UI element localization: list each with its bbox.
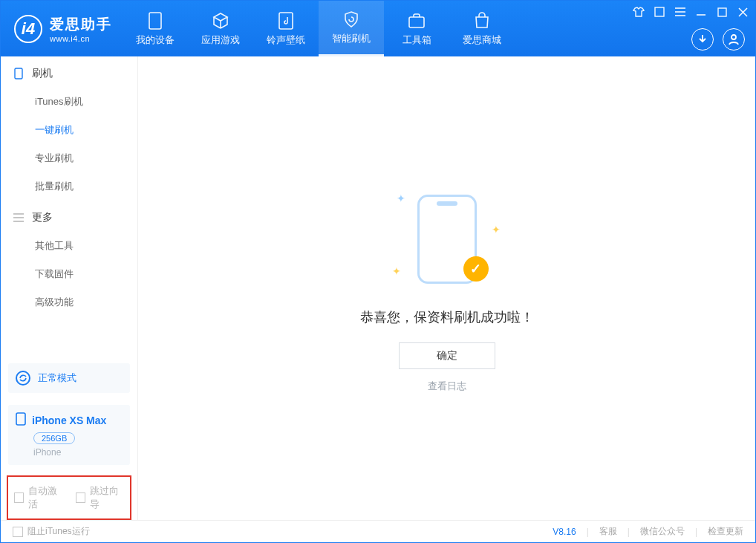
view-log-link[interactable]: 查看日志	[428, 380, 466, 393]
tab-smart-flash[interactable]: 智能刷机	[319, 1, 384, 56]
section-title: 刷机	[32, 67, 53, 80]
svg-rect-0	[149, 13, 161, 29]
sidebar-item-oneclick-flash[interactable]: 一键刷机	[1, 116, 137, 144]
mode-card[interactable]: 正常模式	[8, 363, 130, 393]
window-mini-icon[interactable]	[653, 5, 666, 19]
tab-label: 铃声壁纸	[267, 33, 305, 47]
account-button[interactable]	[723, 28, 745, 51]
tab-my-device[interactable]: 我的设备	[123, 1, 188, 56]
minimize-icon[interactable]	[694, 5, 708, 19]
success-illustration: ✦ ✦ ✦ ✓	[380, 183, 514, 295]
footer-link-support[interactable]: 客服	[599, 525, 617, 538]
separator: |	[587, 527, 589, 537]
sidebar-section-more: 更多	[1, 201, 137, 232]
sidebar-item-download-firmware[interactable]: 下载固件	[1, 260, 137, 288]
sparkle-icon: ✦	[397, 192, 405, 204]
ok-button[interactable]: 确定	[399, 342, 495, 369]
success-message: 恭喜您，保资料刷机成功啦！	[360, 308, 534, 326]
menu-icon[interactable]	[674, 5, 687, 19]
tab-label: 智能刷机	[332, 32, 371, 45]
checkbox-icon	[13, 527, 23, 537]
separator: |	[628, 527, 630, 537]
device-capacity: 256GB	[33, 432, 75, 444]
window-controls	[632, 5, 749, 19]
svg-rect-16	[16, 413, 25, 425]
sidebar-item-advanced[interactable]: 高级功能	[1, 288, 137, 316]
tab-toolbox[interactable]: 工具箱	[384, 1, 449, 56]
app-header: i4 爱思助手 www.i4.cn 我的设备 应用游戏 铃声壁纸	[1, 1, 755, 56]
device-name: iPhone XS Max	[32, 414, 106, 426]
tab-label: 应用游戏	[201, 33, 240, 47]
tab-app-games[interactable]: 应用游戏	[188, 1, 253, 56]
checkbox-icon	[76, 492, 85, 503]
main-panel: ✦ ✦ ✦ ✓ 恭喜您，保资料刷机成功啦！ 确定 查看日志	[138, 56, 755, 520]
separator: |	[695, 527, 697, 537]
content-area: 刷机 iTunes刷机 一键刷机 专业刷机 批量刷机 更多 其他工具 下载固件 …	[1, 56, 755, 520]
version-label: V8.16	[553, 527, 576, 537]
brand-text: 爱思助手 www.i4.cn	[50, 15, 112, 43]
footer-link-update[interactable]: 检查更新	[708, 525, 743, 538]
brand: i4 爱思助手 www.i4.cn	[1, 1, 123, 56]
shield-refresh-icon	[342, 10, 361, 29]
svg-point-11	[731, 35, 736, 39]
device-card[interactable]: iPhone XS Max 256GB iPhone	[8, 405, 130, 465]
sparkle-icon: ✦	[392, 265, 401, 277]
tab-label: 我的设备	[136, 33, 175, 47]
tab-ringtone-wallpaper[interactable]: 铃声壁纸	[253, 1, 319, 56]
svg-rect-3	[655, 7, 664, 16]
cube-icon	[211, 11, 230, 30]
download-button[interactable]	[691, 28, 714, 51]
success-panel: ✦ ✦ ✦ ✓ 恭喜您，保资料刷机成功啦！ 确定 查看日志	[360, 183, 534, 393]
device-type: iPhone	[33, 447, 123, 458]
phone-icon	[16, 412, 26, 428]
maximize-icon[interactable]	[715, 5, 729, 19]
list-icon	[13, 212, 25, 224]
check-badge-icon: ✓	[463, 256, 489, 282]
footer-link-wechat[interactable]: 微信公众号	[640, 525, 685, 538]
sidebar-item-other-tools[interactable]: 其他工具	[1, 232, 137, 260]
section-title: 更多	[32, 211, 53, 224]
sidebar: 刷机 iTunes刷机 一键刷机 专业刷机 批量刷机 更多 其他工具 下载固件 …	[1, 56, 138, 520]
sparkle-icon: ✦	[492, 224, 501, 235]
checkbox-auto-activate[interactable]: 自动激活	[14, 484, 62, 511]
sidebar-section-flash: 刷机	[1, 56, 137, 88]
checkbox-block-itunes[interactable]: 阻止iTunes运行	[13, 525, 90, 538]
sidebar-item-pro-flash[interactable]: 专业刷机	[1, 144, 137, 172]
sync-icon	[16, 371, 30, 386]
svg-rect-8	[718, 8, 726, 16]
checkbox-skip-guide[interactable]: 跳过向导	[76, 484, 124, 511]
brand-name: 爱思助手	[50, 15, 112, 34]
sidebar-item-batch-flash[interactable]: 批量刷机	[1, 172, 137, 201]
bag-icon	[472, 11, 492, 30]
music-doc-icon	[276, 11, 296, 30]
mode-label: 正常模式	[38, 371, 76, 385]
tab-store[interactable]: 爱思商城	[449, 1, 515, 56]
block-itunes-label: 阻止iTunes运行	[27, 525, 90, 538]
tshirt-icon[interactable]	[632, 5, 645, 19]
svg-rect-2	[409, 17, 424, 27]
flash-options-highlighted: 自动激活 跳过向导	[7, 475, 131, 520]
opt-label: 自动激活	[28, 484, 62, 511]
brand-url: www.i4.cn	[50, 34, 112, 43]
svg-rect-12	[15, 68, 22, 79]
device-icon	[146, 11, 165, 30]
opt-label: 跳过向导	[90, 484, 124, 511]
toolbox-icon	[407, 11, 426, 30]
close-icon[interactable]	[736, 5, 749, 19]
status-bar: 阻止iTunes运行 V8.16 | 客服 | 微信公众号 | 检查更新	[1, 520, 755, 542]
tab-label: 工具箱	[403, 33, 431, 47]
checkbox-icon	[14, 492, 24, 503]
sidebar-item-itunes-flash[interactable]: iTunes刷机	[1, 88, 137, 116]
tab-label: 爱思商城	[463, 33, 501, 47]
header-actions	[691, 28, 745, 51]
phone-outline-icon	[13, 68, 25, 79]
brand-logo-icon: i4	[14, 15, 42, 43]
main-tabs: 我的设备 应用游戏 铃声壁纸 智能刷机 工具箱	[123, 1, 515, 56]
